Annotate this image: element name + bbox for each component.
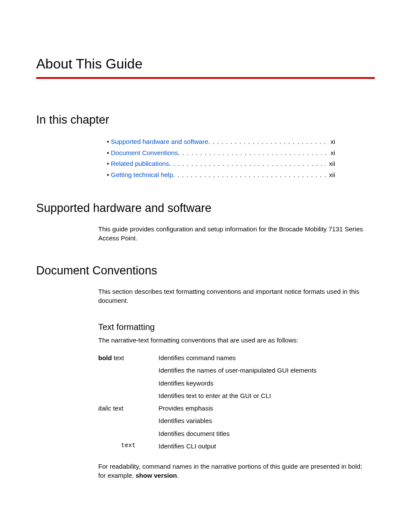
textfmt-intro: The narrative-text formatting convention…	[98, 336, 371, 344]
definition-term-bold: bold text	[98, 352, 159, 364]
definition-desc: Identifies the names of user-manipulated…	[159, 364, 371, 376]
heading-text-formatting: Text formatting	[98, 322, 371, 332]
formatting-definitions: bold text Identifies command names Ident…	[98, 352, 371, 452]
definition-desc: Identifies command names	[159, 352, 371, 364]
definition-row: Identifies variables	[98, 414, 371, 427]
bullet-icon: •	[107, 136, 109, 147]
definition-term-italic: italic text	[98, 402, 159, 414]
heading-in-this-chapter: In this chapter	[36, 113, 375, 127]
toc-link-help[interactable]: Getting technical help	[111, 169, 173, 180]
docconv-body: This section describes text formatting c…	[98, 287, 371, 305]
heading-supported: Supported hardware and software	[36, 202, 375, 215]
title-rule	[36, 77, 375, 79]
heading-document-conventions: Document Conventions	[36, 264, 375, 277]
toc-leader-dots	[208, 136, 327, 147]
definition-desc: Identifies keywords	[159, 377, 371, 389]
toc-item: • Document Conventions xi	[107, 147, 335, 159]
definition-desc: Identifies text to enter at the GUI or C…	[159, 389, 371, 402]
definition-desc: Identifies document titles	[159, 427, 371, 440]
definition-row: Identifies document titles	[98, 427, 371, 440]
definition-row: text Identifies CLI output	[98, 440, 371, 452]
toc-page: xi	[327, 136, 335, 147]
bullet-icon: •	[107, 158, 109, 169]
definition-row: italic text Provides emphasis	[98, 402, 371, 414]
definition-row: bold text Identifies command names	[98, 352, 371, 364]
bullet-icon: •	[107, 169, 109, 180]
toc-page: xii	[326, 169, 335, 180]
definition-row: Identifies keywords	[98, 377, 371, 389]
bullet-icon: •	[107, 147, 109, 159]
toc-item: • Getting technical help xii	[107, 169, 335, 180]
toc-link-supported[interactable]: Supported hardware and software	[111, 136, 208, 147]
definition-term-mono: text	[98, 440, 159, 452]
toc-link-conventions[interactable]: Document Conventions	[111, 147, 178, 159]
readability-note: For readability, command names in the na…	[98, 462, 371, 480]
definition-row: Identifies text to enter at the GUI or C…	[98, 389, 371, 402]
toc-leader-dots	[169, 158, 325, 169]
definition-row: Identifies the names of user-manipulated…	[98, 364, 371, 376]
definition-desc: Provides emphasis	[159, 402, 371, 414]
supported-body: This guide provides configuration and se…	[98, 224, 371, 243]
toc-leader-dots	[178, 147, 327, 159]
page-title: About This Guide	[36, 56, 375, 72]
definition-desc: Identifies variables	[159, 414, 371, 427]
toc: • Supported hardware and software xi • D…	[107, 136, 335, 180]
toc-link-related[interactable]: Related publications	[111, 158, 169, 169]
toc-item: • Supported hardware and software xi	[107, 136, 335, 147]
definition-desc: Identifies CLI output	[159, 440, 371, 452]
toc-item: • Related publications xii	[107, 158, 335, 169]
toc-page: xi	[327, 147, 335, 159]
toc-page: xii	[326, 158, 335, 169]
toc-leader-dots	[173, 169, 326, 180]
